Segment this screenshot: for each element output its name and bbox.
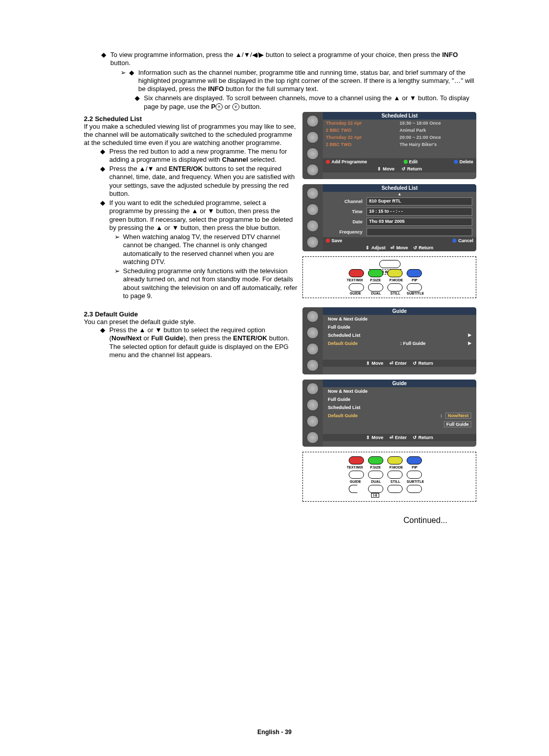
menu-icon [307,220,319,232]
move-label: Move [396,245,408,250]
menu-icon [307,187,319,199]
entry-time: 20:00 ~ 21:00 Once [400,135,473,140]
top-section: ◆ To view programme information, press t… [84,51,475,111]
pmode-label: P.MODE [389,466,403,469]
osd-scheduled-form: Scheduled List ▲ Channel810 Super RTL Ti… [302,184,476,251]
section-2-3-head: 2.3 Default Guide [84,310,297,318]
entry-channel: 2 BBC TWO [326,128,400,133]
move-label: Move [372,435,383,440]
return-label: Return [418,361,433,366]
arrow-icon: ➢ [120,69,126,77]
manual-page: ◆ To view programme information, press t… [0,0,549,756]
bullet-diamond-icon: ◆ [100,148,105,156]
section-2-2-intro: If you make a scheduled viewing list of … [84,123,297,148]
green-dot-icon [404,160,408,164]
bullet-diamond-icon: ◆ [129,69,134,77]
textmix-label: TEXT/MIX [347,466,363,469]
info-sub-bullet-2: Six channels are displayed. To scroll be… [144,94,475,111]
remote-pill-icon [407,283,422,292]
menu-item: Now & Next Guide [323,387,476,395]
textmix-label: TEXT/MIX [347,278,363,282]
i-ii-label: I·II [371,493,379,498]
pip-label: PIP [412,466,417,469]
date-value: Thu 03 Mar 2005 [367,218,472,226]
red-dot-icon [326,239,330,243]
time-value: 10 : 15 to - - : - - [367,208,472,216]
red-button-icon [349,269,364,277]
s23-p1: Press the ▲ or ▼ button to select the re… [109,326,297,359]
green-button-icon [368,269,383,277]
menu-icon [307,415,319,427]
time-label: Time [327,209,367,214]
menu-item: Full Guide [323,420,476,429]
frequency-label: Frequency [327,229,367,235]
remote-pill-icon [349,471,364,479]
s22-p1: Press the red button to add a new progra… [109,148,297,164]
entry-date: Thursday 22 Apr [326,135,400,140]
save-label: Save [331,238,342,243]
s22-p3: If you want to edit the scheduled progra… [109,199,297,232]
frequency-value [367,228,472,236]
return-label: Return [418,435,433,440]
osd-guide-menu-1: Guide Now & Next Guide Full Guide Schedu… [302,307,476,374]
p-up-icon: ∧ [216,103,223,110]
menu-item: Full Guide [323,323,476,331]
section-2-3: 2.3 Default Guide You can preset the def… [84,307,508,507]
remote-pill-icon [349,485,357,493]
info-bullet-text: To view programme information, press the… [110,51,475,68]
entry-prog: The Hairy Biker's [400,142,473,147]
entry-prog: Animal Park [400,128,473,133]
delete-label: Delete [460,159,473,164]
pmode-label: P.MODE [389,278,403,282]
remote-pill-icon [368,485,383,493]
subtitle-label: SUBTITLE [407,292,424,295]
menu-item: Full Guide [323,395,476,403]
info-sub-bullet-1: Information such as the channel number, … [138,69,475,94]
menu-icon [307,399,319,411]
bullet-diamond-icon: ◆ [135,94,140,102]
osd-column-2: Guide Now & Next Guide Full Guide Schedu… [302,307,508,507]
channel-value: 810 Super RTL [367,197,472,206]
psize-label: P.SIZE [370,466,381,469]
add-programme-label: Add Programme [331,159,367,164]
s22-p2: Press the ▲/▼ and ENTER/OK buttons to se… [109,165,297,198]
bullet-diamond-icon: ◆ [101,51,106,59]
menu-icon [307,236,319,248]
blue-button-icon [407,269,422,277]
move-label: Move [372,361,383,366]
menu-icon [307,383,319,395]
menu-icon [307,131,319,143]
menu-item-selected: Default Guide: Full Guide [323,339,476,347]
section-2-2-head: 2.2 Scheduled List [84,115,297,123]
p-down-icon: ∨ [232,103,239,110]
entry-date: Thursday 22 Apr [326,121,400,126]
return-label: Return [407,166,422,171]
option-fullguide: Full Guide [444,421,471,427]
menu-icon [307,343,319,355]
option-nownext: Now/Next [445,413,471,419]
pip-label: PIP [412,278,417,282]
move-label: Move [383,166,394,171]
menu-item: Scheduled List [323,331,476,339]
osd-title: Guide [323,307,476,315]
menu-icon [307,310,319,323]
blue-button-icon [407,456,422,464]
remote-pill-icon [379,260,401,268]
menu-icon [307,359,319,371]
date-label: Date [327,219,367,224]
edit-label: Edit [409,159,418,164]
remote-pill-icon [368,471,383,479]
still-label: STILL [390,292,400,295]
remote-pill-icon [387,485,403,493]
s22-p3-s2: Scheduling programme only functions with… [123,267,297,300]
bullet-diamond-icon: ◆ [100,326,105,334]
cancel-label: Cancel [458,238,473,243]
red-dot-icon [326,160,330,164]
red-button-icon [349,456,364,464]
entry-channel: 2 BBC TWO [326,142,400,147]
remote-pill-icon [368,283,383,292]
guide-label: GUIDE [350,292,361,295]
s22-p3-s1: When watching analog TV, the reserved DT… [123,233,297,266]
menu-item: Scheduled List [323,403,476,412]
arrow-icon: ➢ [114,233,120,241]
